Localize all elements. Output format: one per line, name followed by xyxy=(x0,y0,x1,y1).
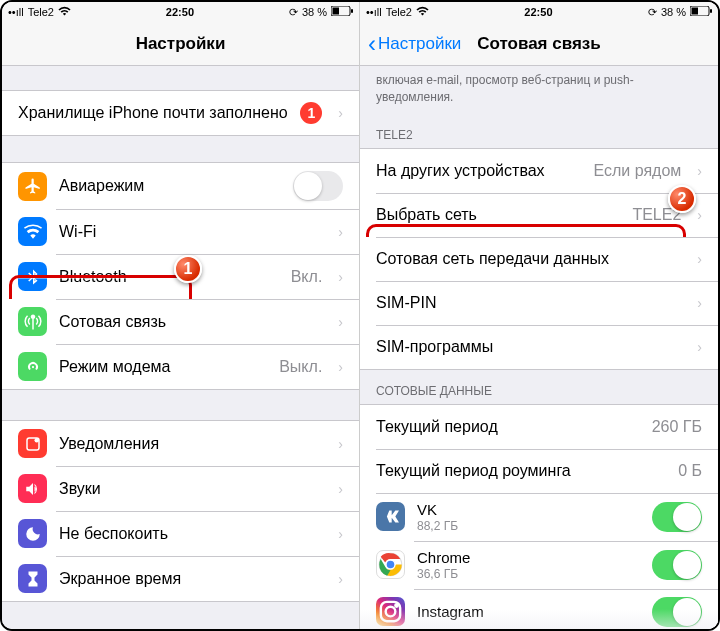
sounds-label: Звуки xyxy=(59,480,322,498)
cellular-label: Сотовая связь xyxy=(59,313,322,331)
hourglass-icon xyxy=(18,564,47,593)
page-title: Настройки xyxy=(136,34,226,54)
notifications-row[interactable]: Уведомления › xyxy=(2,421,359,466)
select-network-label: Выбрать сеть xyxy=(376,206,620,224)
right-screenshot: ••ıll Tele2 22:50 ⟳ 38 % ‹ Настройки Сот… xyxy=(360,2,718,629)
app-chrome-row[interactable]: Chrome 36,6 ГБ xyxy=(360,541,718,589)
battery-icon xyxy=(331,6,353,18)
hotspot-row[interactable]: Режим модема Выкл. › xyxy=(2,344,359,389)
storage-badge: 1 xyxy=(300,102,322,124)
signal-icon: ••ıll xyxy=(8,6,24,18)
cellular-row[interactable]: Сотовая связь › xyxy=(2,299,359,344)
select-network-row[interactable]: Выбрать сеть TELE2 › xyxy=(360,193,718,237)
screentime-label: Экранное время xyxy=(59,570,322,588)
chevron-right-icon: › xyxy=(697,295,702,311)
svg-rect-7 xyxy=(710,9,712,13)
wifi-status-icon xyxy=(58,6,71,18)
other-devices-label: На других устройствах xyxy=(376,162,582,180)
status-time: 22:50 xyxy=(166,6,194,18)
svg-rect-2 xyxy=(351,9,353,13)
settings-list[interactable]: Хранилище iPhone почти заполнено 1 › Ави… xyxy=(2,66,359,629)
dnd-row[interactable]: Не беспокоить › xyxy=(2,511,359,556)
wifi-status-icon xyxy=(416,6,429,18)
chevron-right-icon: › xyxy=(338,526,343,542)
wifi-label: Wi-Fi xyxy=(59,223,310,241)
sim-pin-row[interactable]: SIM-PIN › xyxy=(360,281,718,325)
nav-bar: Настройки xyxy=(2,22,359,66)
sounds-icon xyxy=(18,474,47,503)
hotspot-label: Режим модема xyxy=(59,358,267,376)
airplane-toggle[interactable] xyxy=(293,171,343,201)
storage-warning-label: Хранилище iPhone почти заполнено xyxy=(18,104,288,122)
chevron-right-icon: › xyxy=(338,359,343,375)
chrome-toggle[interactable] xyxy=(652,550,702,580)
chrome-app-icon xyxy=(376,550,405,579)
other-devices-row[interactable]: На других устройствах Если рядом › xyxy=(360,149,718,193)
airplane-mode-row[interactable]: Авиарежим xyxy=(2,163,359,209)
chevron-right-icon: › xyxy=(338,269,343,285)
sim-pin-label: SIM-PIN xyxy=(376,294,681,312)
chevron-right-icon: › xyxy=(697,207,702,223)
chrome-usage: 36,6 ГБ xyxy=(417,567,640,581)
svg-rect-1 xyxy=(332,8,339,15)
airplane-icon xyxy=(18,172,47,201)
cellular-data-network-label: Сотовая сеть передачи данных xyxy=(376,250,681,268)
instagram-app-icon xyxy=(376,597,405,626)
roaming-period-label: Текущий период роуминга xyxy=(376,462,666,480)
svg-point-13 xyxy=(386,607,396,617)
cellular-data-network-row[interactable]: Сотовая сеть передачи данных › xyxy=(360,237,718,281)
sim-apps-row[interactable]: SIM-программы › xyxy=(360,325,718,369)
wifi-row[interactable]: Wi-Fi › xyxy=(2,209,359,254)
callout-2: 2 xyxy=(668,185,696,213)
instagram-toggle[interactable] xyxy=(652,597,702,627)
current-period-row[interactable]: Текущий период 260 ГБ xyxy=(360,405,718,449)
vk-app-icon xyxy=(376,502,405,531)
orientation-lock-icon: ⟳ xyxy=(648,6,657,19)
chevron-left-icon: ‹ xyxy=(368,32,376,56)
cellular-list[interactable]: включая e-mail, просмотр веб-страниц и p… xyxy=(360,66,718,629)
battery-percent: 38 % xyxy=(302,6,327,18)
cellular-icon xyxy=(18,307,47,336)
sounds-row[interactable]: Звуки › xyxy=(2,466,359,511)
roaming-period-value: 0 Б xyxy=(678,462,702,480)
battery-percent: 38 % xyxy=(661,6,686,18)
airplane-label: Авиарежим xyxy=(59,177,281,195)
back-button[interactable]: ‹ Настройки xyxy=(368,32,461,56)
carrier-label: Tele2 xyxy=(386,6,412,18)
chevron-right-icon: › xyxy=(338,314,343,330)
signal-icon: ••ıll xyxy=(366,6,382,18)
hotspot-icon xyxy=(18,352,47,381)
chevron-right-icon: › xyxy=(338,571,343,587)
screentime-row[interactable]: Экранное время › xyxy=(2,556,359,601)
svg-point-14 xyxy=(395,604,397,606)
vk-toggle[interactable] xyxy=(652,502,702,532)
chevron-right-icon: › xyxy=(338,481,343,497)
notifications-icon xyxy=(18,429,47,458)
notifications-label: Уведомления xyxy=(59,435,322,453)
section-tele2: TELE2 xyxy=(360,114,718,148)
chevron-right-icon: › xyxy=(697,251,702,267)
battery-icon xyxy=(690,6,712,18)
nav-bar: ‹ Настройки Сотовая связь xyxy=(360,22,718,66)
instagram-label: Instagram xyxy=(417,603,640,620)
wifi-icon xyxy=(18,217,47,246)
chevron-right-icon: › xyxy=(697,339,702,355)
roaming-period-row[interactable]: Текущий период роуминга 0 Б xyxy=(360,449,718,493)
app-instagram-row[interactable]: Instagram xyxy=(360,589,718,629)
callout-1: 1 xyxy=(174,255,202,283)
page-title: Сотовая связь xyxy=(477,34,601,54)
storage-warning-row[interactable]: Хранилище iPhone почти заполнено 1 › xyxy=(2,91,359,135)
app-vk-row[interactable]: VK 88,2 ГБ xyxy=(360,493,718,541)
cellular-info-text: включая e-mail, просмотр веб-страниц и p… xyxy=(360,66,718,114)
back-label: Настройки xyxy=(378,34,461,54)
chevron-right-icon: › xyxy=(338,224,343,240)
svg-rect-6 xyxy=(691,8,698,15)
chevron-right-icon: › xyxy=(697,163,702,179)
status-bar: ••ıll Tele2 22:50 ⟳ 38 % xyxy=(360,2,718,22)
moon-icon xyxy=(18,519,47,548)
orientation-lock-icon: ⟳ xyxy=(289,6,298,19)
current-period-value: 260 ГБ xyxy=(652,418,702,436)
hotspot-value: Выкл. xyxy=(279,358,322,376)
section-cellular-data: СОТОВЫЕ ДАННЫЕ xyxy=(360,370,718,404)
bluetooth-value: Вкл. xyxy=(291,268,323,286)
